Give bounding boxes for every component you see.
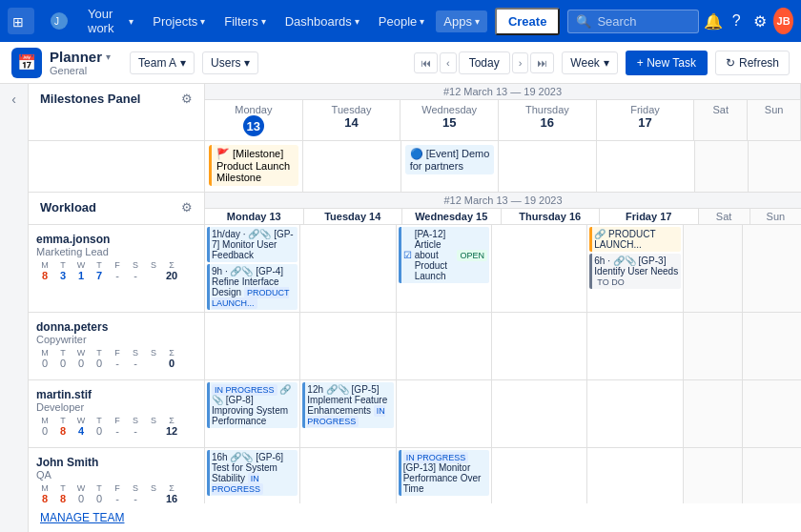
settings-button[interactable]: ⚙ bbox=[750, 8, 770, 34]
donna-sun-cell bbox=[743, 313, 801, 379]
app-info: Planner ▾ General bbox=[50, 49, 111, 76]
task-item[interactable]: 9h · 🔗📎 [GP-4] Refine Interface Design P… bbox=[207, 264, 298, 310]
milestone-wednesday-cell: 🔵 [Event] Demo for partners bbox=[401, 141, 500, 192]
today-button[interactable]: Today bbox=[459, 51, 510, 74]
donna-tuesday-cell bbox=[300, 313, 396, 379]
sub-header: 📅 Planner ▾ General Team A ▾ Users ▾ ⏮ ‹… bbox=[0, 42, 801, 84]
person-role: Marketing Lead bbox=[36, 246, 196, 257]
milestone-friday-cell bbox=[597, 141, 695, 192]
week-next-button[interactable]: › bbox=[512, 52, 529, 73]
person-info-john: John Smith QA M T W T F S S Σ bbox=[29, 448, 205, 503]
gear-icon[interactable]: ⚙ bbox=[181, 200, 193, 215]
wl-day-sun: Sun bbox=[750, 209, 801, 224]
chevron-down-icon: ▾ bbox=[475, 16, 480, 27]
task-item[interactable]: IN PROGRESS 🔗📎 [GP-8] Improving System P… bbox=[207, 382, 298, 428]
person-row-donna: donna.peters Copywriter M T W T F S S Σ bbox=[29, 313, 801, 380]
person-row-martin: martin.stif Developer M T W T F S S Σ bbox=[29, 380, 801, 448]
chevron-down-icon: ▾ bbox=[261, 16, 266, 27]
task-item[interactable]: 1h/day · 🔗📎 [GP-7] Monitor User Feedback bbox=[207, 227, 298, 262]
workload-panel-title: Workload bbox=[40, 200, 96, 215]
wl-day-tue: Tuesday 14 bbox=[304, 209, 403, 224]
nav-people[interactable]: People ▾ bbox=[371, 10, 432, 32]
task-item[interactable]: ☑ [PA-12] Article about Product Launch O… bbox=[399, 227, 489, 283]
martin-wednesday-cell bbox=[397, 380, 492, 447]
notifications-button[interactable]: 🔔 bbox=[703, 8, 723, 34]
emma-thursday-cell bbox=[492, 225, 587, 312]
chevron-down-icon: ▾ bbox=[355, 16, 359, 27]
task-item[interactable]: IN PROGRESS [GP-13] Monitor Performance … bbox=[399, 450, 489, 496]
task-item[interactable]: 🔗 PRODUCT LAUNCH... bbox=[589, 227, 680, 252]
person-name: emma.jonson bbox=[36, 233, 196, 246]
day-stats-labels: M T W T F S S Σ bbox=[36, 348, 196, 358]
john-tuesday-cell bbox=[300, 448, 396, 503]
workload-panel: Workload ⚙ #12 March 13 — 19 2023 Monday… bbox=[29, 193, 801, 532]
martin-friday-cell bbox=[587, 380, 683, 447]
view-selector[interactable]: Week ▾ bbox=[562, 51, 617, 74]
week-prev-button[interactable]: ‹ bbox=[440, 52, 457, 73]
person-role: QA bbox=[36, 469, 196, 481]
chevron-down-icon: ▾ bbox=[420, 16, 424, 27]
flag-icon: 🚩 bbox=[216, 148, 230, 159]
app-name: Planner bbox=[50, 49, 102, 65]
donna-thursday-cell bbox=[492, 313, 587, 379]
task-item[interactable]: 6h · 🔗📎 [GP-3] Identify User Needs TO DO bbox=[589, 254, 680, 289]
task-item[interactable]: 16h 🔗📎 [GP-6] Test for System Stability … bbox=[207, 450, 298, 496]
avatar[interactable]: JB bbox=[773, 8, 793, 34]
demo-event[interactable]: 🔵 [Event] Demo for partners bbox=[405, 145, 495, 174]
john-sat-cell bbox=[684, 448, 743, 503]
nav-filters[interactable]: Filters ▾ bbox=[216, 10, 273, 32]
nav-your-work[interactable]: Your work ▾ bbox=[80, 3, 141, 39]
chevron-down-icon[interactable]: ▾ bbox=[106, 51, 111, 62]
day-header-sun: Sun bbox=[748, 100, 800, 140]
chevron-down-icon: ▾ bbox=[604, 56, 609, 70]
person-name: John Smith bbox=[36, 456, 196, 469]
wl-day-thu: Thursday 16 bbox=[502, 209, 601, 224]
help-button[interactable]: ? bbox=[727, 8, 747, 34]
week-first-button[interactable]: ⏮ bbox=[414, 52, 438, 73]
svg-point-2 bbox=[51, 12, 68, 30]
emma-friday-cell: 🔗 PRODUCT LAUNCH... 6h · 🔗📎 [GP-3] Ident… bbox=[587, 225, 683, 312]
main-layout: ‹ Milestones Panel ⚙ #12 March 13 — 19 2… bbox=[0, 84, 801, 532]
day-stats-labels: M T W T F S S Σ bbox=[36, 483, 196, 493]
gear-icon[interactable]: ⚙ bbox=[181, 92, 193, 106]
week-last-button[interactable]: ⏭ bbox=[530, 52, 554, 73]
svg-text:⊞: ⊞ bbox=[12, 14, 24, 30]
new-task-button[interactable]: + New Task bbox=[626, 51, 708, 75]
wl-day-mon: Monday 13 bbox=[205, 209, 304, 224]
create-button[interactable]: Create bbox=[495, 8, 560, 35]
milestone-sun-cell bbox=[749, 141, 801, 192]
milestone-thursday-cell bbox=[499, 141, 597, 192]
nav-apps[interactable]: Apps ▾ bbox=[436, 10, 487, 32]
atlassian-logo[interactable]: ⊞ bbox=[8, 8, 34, 34]
wl-day-wed: Wednesday 15 bbox=[402, 209, 502, 224]
wl-day-fri: Friday 17 bbox=[600, 209, 699, 224]
user-selector[interactable]: Users ▾ bbox=[202, 51, 258, 74]
day-stats-values: 0 8 4 0 - - 12 bbox=[36, 425, 196, 437]
wl-day-sat: Sat bbox=[699, 209, 750, 224]
left-sidebar-toggle[interactable]: ‹ bbox=[0, 84, 29, 532]
content-area: Milestones Panel ⚙ #12 March 13 — 19 202… bbox=[29, 84, 801, 532]
refresh-icon: ↻ bbox=[726, 56, 735, 70]
day-header-thu: Thursday 16 bbox=[499, 100, 597, 140]
nav-jira-logo[interactable]: J bbox=[42, 8, 76, 34]
app-subtitle: General bbox=[50, 65, 111, 76]
chevron-down-icon: ▾ bbox=[244, 56, 250, 70]
nav-projects[interactable]: Projects ▾ bbox=[145, 10, 213, 32]
person-row-emma: emma.jonson Marketing Lead M T W T F S S… bbox=[29, 225, 801, 313]
refresh-button[interactable]: ↻ Refresh bbox=[715, 51, 790, 75]
milestone-event[interactable]: 🚩 [Milestone] Product Launch Milestone bbox=[209, 145, 298, 186]
manage-team-link[interactable]: MANAGE TEAM bbox=[29, 503, 801, 532]
person-row-john: John Smith QA M T W T F S S Σ bbox=[29, 448, 801, 503]
martin-sun-cell bbox=[743, 380, 801, 447]
emma-wednesday-cell: ☑ [PA-12] Article about Product Launch O… bbox=[397, 225, 492, 312]
task-item[interactable]: 12h 🔗📎 [GP-5] Implement Feature Enhancem… bbox=[302, 382, 393, 428]
workload-grid: emma.jonson Marketing Lead M T W T F S S… bbox=[29, 225, 801, 503]
donna-wednesday-cell bbox=[397, 313, 492, 379]
workload-week-label: #12 March 13 — 19 2023 bbox=[205, 193, 801, 209]
nav-dashboards[interactable]: Dashboards ▾ bbox=[277, 10, 367, 32]
team-selector[interactable]: Team A ▾ bbox=[130, 51, 195, 74]
chevron-down-icon: ▾ bbox=[200, 16, 205, 27]
search-icon: 🔍 bbox=[576, 14, 591, 29]
person-name: martin.stif bbox=[36, 388, 196, 401]
search-input[interactable]: 🔍 Search bbox=[567, 10, 699, 33]
